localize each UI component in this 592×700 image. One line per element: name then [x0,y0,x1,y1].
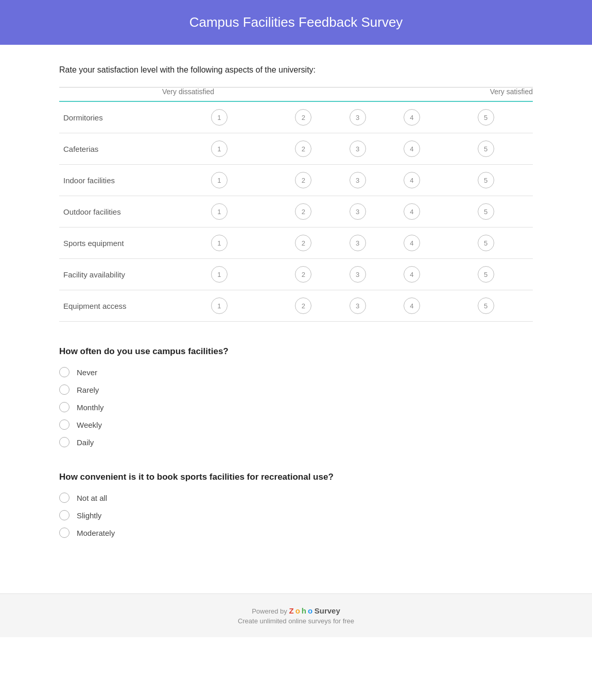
rating-circle-1[interactable]: 1 [211,172,228,188]
rating-circle-3[interactable]: 3 [350,141,366,157]
rating-cell-1[interactable]: 1 [162,165,276,196]
rating-circle-5[interactable]: 5 [478,297,494,314]
rating-circle-4[interactable]: 4 [404,172,420,188]
rating-cell-2[interactable]: 2 [276,290,330,322]
rating-circle-5[interactable]: 5 [478,109,494,126]
footer-survey-word: Survey [315,606,340,615]
rating-circle-3[interactable]: 3 [350,266,366,283]
rating-cell-1[interactable]: 1 [162,196,276,227]
rating-circle-2[interactable]: 2 [295,297,311,314]
radio-button[interactable] [59,419,69,430]
rating-circle-4[interactable]: 4 [404,266,420,283]
rating-cell-5[interactable]: 5 [439,259,533,290]
rating-cell-2[interactable]: 2 [276,196,330,227]
frequency-option[interactable]: Monthly [59,402,533,412]
radio-button[interactable] [59,367,69,377]
rating-circle-1[interactable]: 1 [211,235,228,251]
rating-cell-5[interactable]: 5 [439,101,533,133]
zoho-h: h [302,606,306,615]
rating-circle-5[interactable]: 5 [478,141,494,157]
rating-circle-3[interactable]: 3 [350,235,366,251]
frequency-option[interactable]: Daily [59,437,533,447]
rating-cell-4[interactable]: 4 [385,165,439,196]
frequency-option[interactable]: Never [59,367,533,377]
convenience-option[interactable]: Slightly [59,510,533,520]
frequency-option[interactable]: Rarely [59,384,533,395]
radio-button[interactable] [59,493,69,503]
radio-label: Monthly [77,403,104,412]
rating-cell-2[interactable]: 2 [276,101,330,133]
rating-cell-2[interactable]: 2 [276,259,330,290]
frequency-section: How often do you use campus facilities? … [59,346,533,447]
rating-circle-3[interactable]: 3 [350,172,366,188]
rating-cell-5[interactable]: 5 [439,133,533,165]
radio-button[interactable] [59,528,69,538]
rating-cell-3[interactable]: 3 [330,196,385,227]
rating-cell-4[interactable]: 4 [385,290,439,322]
table-col-3 [330,87,385,102]
radio-label: Moderately [77,529,115,537]
rating-circle-4[interactable]: 4 [404,141,420,157]
rating-cell-1[interactable]: 1 [162,133,276,165]
rating-cell-3[interactable]: 3 [330,133,385,165]
rating-cell-5[interactable]: 5 [439,290,533,322]
rating-cell-2[interactable]: 2 [276,227,330,259]
rating-cell-5[interactable]: 5 [439,227,533,259]
satisfaction-section: Rate your satisfaction level with the fo… [59,65,533,322]
rating-circle-3[interactable]: 3 [350,297,366,314]
rating-circle-1[interactable]: 1 [211,297,228,314]
rating-cell-1[interactable]: 1 [162,259,276,290]
radio-label: Not at all [77,494,107,502]
rating-circle-2[interactable]: 2 [295,203,311,220]
rating-circle-2[interactable]: 2 [295,141,311,157]
rating-circle-1[interactable]: 1 [211,109,228,126]
rating-circle-4[interactable]: 4 [404,203,420,220]
rating-cell-1[interactable]: 1 [162,101,276,133]
radio-button[interactable] [59,384,69,395]
rating-circle-3[interactable]: 3 [350,203,366,220]
rating-circle-1[interactable]: 1 [211,266,228,283]
rating-cell-3[interactable]: 3 [330,290,385,322]
page-footer: Powered by Zoho Survey Create unlimited … [0,593,592,637]
rating-cell-5[interactable]: 5 [439,196,533,227]
rating-cell-4[interactable]: 4 [385,196,439,227]
rating-circle-4[interactable]: 4 [404,109,420,126]
rating-circle-1[interactable]: 1 [211,141,228,157]
rating-cell-3[interactable]: 3 [330,101,385,133]
rating-circle-4[interactable]: 4 [404,235,420,251]
rating-circle-2[interactable]: 2 [295,235,311,251]
rating-cell-3[interactable]: 3 [330,259,385,290]
rating-circle-2[interactable]: 2 [295,109,311,126]
table-row: Equipment access12345 [59,290,533,322]
convenience-option[interactable]: Not at all [59,493,533,503]
rating-cell-2[interactable]: 2 [276,165,330,196]
frequency-option[interactable]: Weekly [59,419,533,430]
rating-cell-4[interactable]: 4 [385,227,439,259]
rating-circle-2[interactable]: 2 [295,172,311,188]
page-header: Campus Facilities Feedback Survey [0,0,592,45]
rating-circle-4[interactable]: 4 [404,297,420,314]
footer-powered-line: Powered by Zoho Survey [12,606,580,615]
rating-cell-1[interactable]: 1 [162,227,276,259]
convenience-option[interactable]: Moderately [59,528,533,538]
rating-circle-3[interactable]: 3 [350,109,366,126]
rating-cell-5[interactable]: 5 [439,165,533,196]
radio-label: Daily [77,438,94,447]
radio-button[interactable] [59,402,69,412]
rating-circle-5[interactable]: 5 [478,266,494,283]
rating-circle-5[interactable]: 5 [478,172,494,188]
rating-cell-4[interactable]: 4 [385,101,439,133]
rating-cell-3[interactable]: 3 [330,165,385,196]
radio-button[interactable] [59,510,69,520]
rating-cell-2[interactable]: 2 [276,133,330,165]
rating-circle-5[interactable]: 5 [478,203,494,220]
rating-cell-4[interactable]: 4 [385,133,439,165]
rating-circle-1[interactable]: 1 [211,203,228,220]
radio-button[interactable] [59,437,69,447]
rating-cell-3[interactable]: 3 [330,227,385,259]
rating-cell-4[interactable]: 4 [385,259,439,290]
rating-circle-5[interactable]: 5 [478,235,494,251]
rating-cell-1[interactable]: 1 [162,290,276,322]
rating-circle-2[interactable]: 2 [295,266,311,283]
frequency-question: How often do you use campus facilities? [59,346,533,357]
